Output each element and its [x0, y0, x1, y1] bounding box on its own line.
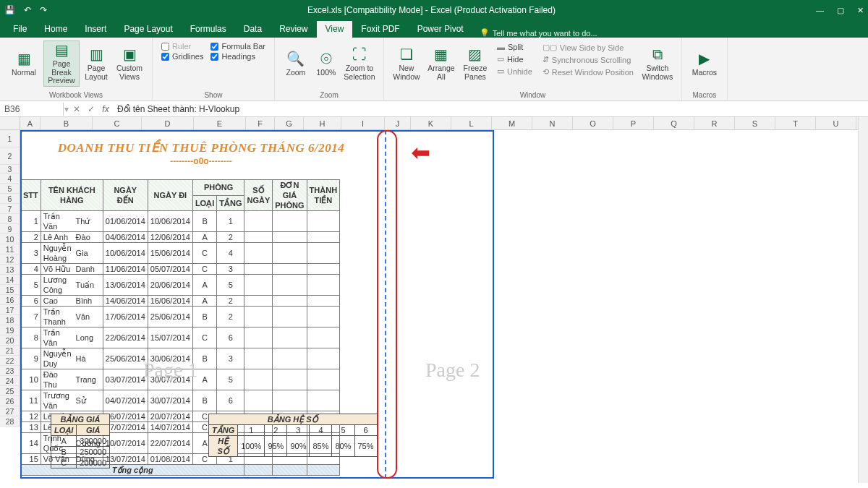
zoom-100-button[interactable]: ⦾100%	[312, 40, 340, 87]
col-header-C[interactable]: C	[93, 117, 142, 129]
row-header-13[interactable]: 13	[0, 265, 20, 275]
row-header-1[interactable]: 1	[0, 130, 20, 147]
col-header-U[interactable]: U	[816, 117, 856, 129]
column-headers[interactable]: ABCDEFGHIJKLMNOPQRSTU	[0, 117, 868, 130]
ruler-checkbox[interactable]: Ruler	[161, 42, 203, 51]
page-break-preview-button[interactable]: ▤Page Break Preview	[43, 40, 80, 87]
row-header-11[interactable]: 11	[0, 244, 20, 254]
row-header-5[interactable]: 5	[0, 184, 20, 194]
tab-formulas[interactable]: Formulas	[182, 21, 235, 38]
zoom-to-selection-button[interactable]: ⛶Zoom to Selection	[341, 40, 378, 87]
coefficient-table[interactable]: BẢNG HỆ SỐ TẦNG123456HỆ SỐ100%95%90%85%8…	[208, 414, 378, 457]
sheet-area[interactable]: DOANH THU TIỀN THUÊ PHÒNG THÁNG 6/2014 -…	[20, 130, 868, 483]
row-headers[interactable]: 1234567891011121314151617181920212223242…	[0, 130, 20, 427]
col-header-Q[interactable]: Q	[654, 117, 694, 129]
row-header-22[interactable]: 22	[0, 356, 20, 366]
split-button[interactable]: ▬ Split	[495, 42, 534, 52]
col-header-R[interactable]: R	[694, 117, 735, 129]
row-header-15[interactable]: 15	[0, 285, 20, 295]
tab-view[interactable]: View	[317, 21, 353, 38]
tab-file[interactable]: File	[4, 21, 35, 38]
col-header-J[interactable]: J	[385, 117, 411, 129]
macros-button[interactable]: ▶Macros	[688, 40, 721, 87]
tab-powerpivot[interactable]: Power Pivot	[409, 21, 472, 38]
vertical-scrollbar[interactable]	[858, 117, 868, 483]
col-header-T[interactable]: T	[775, 117, 816, 129]
formula-input[interactable]: Đổi tên Sheet thành: H-Vlookup	[113, 103, 868, 116]
table-row[interactable]: C200000	[51, 458, 110, 468]
table-row[interactable]: 6CaoBình14/06/201416/06/2014A2	[21, 296, 340, 307]
save-icon[interactable]: 💾	[4, 5, 15, 15]
row-header-18[interactable]: 18	[0, 315, 20, 325]
price-table[interactable]: BẢNG GIÁ LOẠIGIÁ A300000B250000C200000	[51, 414, 110, 468]
row-header-21[interactable]: 21	[0, 346, 20, 356]
row-header-19[interactable]: 19	[0, 325, 20, 335]
tell-me[interactable]: 💡 Tell me what you want to do...	[480, 28, 597, 38]
row-header-17[interactable]: 17	[0, 305, 20, 315]
tab-data[interactable]: Data	[235, 21, 271, 38]
fx-icon[interactable]: fx	[98, 104, 113, 114]
page-layout-button[interactable]: ▥Page Layout	[81, 40, 111, 87]
col-header-M[interactable]: M	[492, 117, 532, 129]
col-header-N[interactable]: N	[532, 117, 573, 129]
table-row[interactable]: 11Trương VănSử04/07/201430/07/2014B6	[21, 390, 340, 411]
table-row[interactable]: 3Nguyễn HoàngGia10/06/201415/06/2014C4	[21, 243, 340, 264]
table-row[interactable]: HỆ SỐ100%95%90%85%80%75%	[209, 436, 378, 457]
table-row[interactable]: 5Lương CôngTuấn13/06/201420/06/2014A5	[21, 275, 340, 296]
formula-bar-checkbox[interactable]: Formula Bar	[210, 42, 265, 51]
table-row[interactable]: A300000	[51, 436, 110, 447]
row-header-27[interactable]: 27	[0, 406, 20, 416]
grid[interactable]: ABCDEFGHIJKLMNOPQRSTU 123456789101112131…	[0, 117, 868, 483]
table-row[interactable]: B250000	[51, 447, 110, 458]
close-icon[interactable]: ✕	[857, 6, 864, 15]
table-row[interactable]: 4Võ HữuDanh11/06/201405/07/2014C3	[21, 264, 340, 275]
enter-icon[interactable]: ✓	[84, 104, 98, 114]
undo-icon[interactable]: ↶	[24, 5, 31, 15]
tab-foxit[interactable]: Foxit PDF	[352, 21, 408, 38]
col-header-D[interactable]: D	[142, 117, 194, 129]
col-header-B[interactable]: B	[41, 117, 93, 129]
row-header-28[interactable]: 28	[0, 416, 20, 427]
row-header-4[interactable]: 4	[0, 174, 20, 184]
col-header-S[interactable]: S	[735, 117, 775, 129]
row-header-12[interactable]: 12	[0, 254, 20, 265]
col-header-H[interactable]: H	[304, 117, 341, 129]
col-header-E[interactable]: E	[194, 117, 246, 129]
tab-insert[interactable]: Insert	[76, 21, 115, 38]
page-break-line[interactable]	[385, 130, 386, 479]
tab-page-layout[interactable]: Page Layout	[115, 21, 181, 38]
hide-button[interactable]: ▭ Hide	[495, 53, 534, 64]
select-all-corner[interactable]	[0, 117, 20, 129]
table-row[interactable]: 9Nguyễn DuyHà25/06/201430/06/2014B3	[21, 348, 340, 369]
tab-review[interactable]: Review	[271, 21, 316, 38]
col-header-L[interactable]: L	[451, 117, 492, 129]
zoom-button[interactable]: 🔍Zoom	[281, 40, 311, 87]
maximize-icon[interactable]: ▢	[837, 6, 844, 15]
row-header-7[interactable]: 7	[0, 204, 20, 214]
col-header-I[interactable]: I	[341, 117, 385, 129]
row-header-3[interactable]: 3	[0, 165, 20, 174]
normal-button[interactable]: ▦Normal	[6, 40, 42, 87]
row-header-24[interactable]: 24	[0, 376, 20, 386]
gridlines-checkbox[interactable]: Gridlines	[161, 52, 203, 61]
table-row[interactable]: 1Trần VănThứ01/06/201410/06/2014B1	[21, 211, 340, 232]
tab-home[interactable]: Home	[35, 21, 76, 38]
row-header-9[interactable]: 9	[0, 224, 20, 234]
switch-windows-button[interactable]: ⧉Switch Windows	[639, 40, 676, 87]
row-header-14[interactable]: 14	[0, 275, 20, 285]
headings-checkbox[interactable]: Headings	[210, 52, 265, 61]
minimize-icon[interactable]: —	[816, 6, 824, 15]
cancel-icon[interactable]: ✕	[69, 104, 84, 114]
col-header-A[interactable]: A	[20, 117, 41, 129]
row-header-26[interactable]: 26	[0, 396, 20, 406]
row-header-8[interactable]: 8	[0, 214, 20, 224]
col-header-F[interactable]: F	[246, 117, 275, 129]
col-header-K[interactable]: K	[411, 117, 451, 129]
table-row[interactable]: 7Trần ThanhVân17/06/201425/06/2014B2	[21, 307, 340, 328]
col-header-P[interactable]: P	[613, 117, 654, 129]
redo-icon[interactable]: ↷	[40, 5, 47, 15]
name-box[interactable]: B36	[0, 103, 64, 116]
col-header-G[interactable]: G	[275, 117, 304, 129]
row-header-23[interactable]: 23	[0, 366, 20, 376]
row-header-25[interactable]: 25	[0, 386, 20, 396]
